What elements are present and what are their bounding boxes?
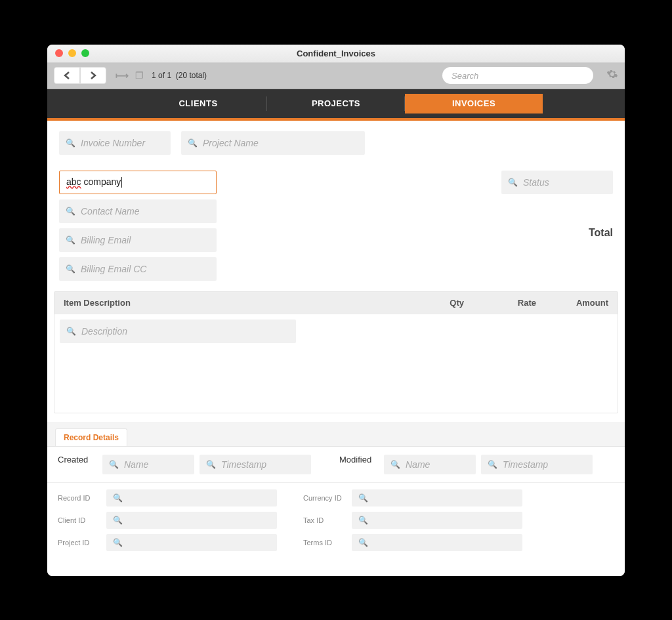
tax-id-label: Tax ID bbox=[303, 516, 345, 524]
minimize-icon[interactable] bbox=[68, 49, 76, 57]
tab-clients[interactable]: CLIENTS bbox=[129, 94, 267, 114]
modified-timestamp-input[interactable] bbox=[503, 459, 586, 470]
project-name-input[interactable] bbox=[203, 138, 358, 148]
record-nav-group bbox=[54, 67, 106, 84]
currency-id-row: Currency ID 🔍 bbox=[303, 489, 522, 506]
invoice-number-input[interactable] bbox=[81, 138, 164, 148]
billing-email-field[interactable]: 🔍 bbox=[59, 228, 217, 252]
window-title: Confident_Invoices bbox=[47, 49, 625, 58]
status-field[interactable]: 🔍 bbox=[501, 171, 613, 194]
record-details-body: Created 🔍 🔍 Modified 🔍 bbox=[47, 446, 625, 564]
right-column: 🔍 Total bbox=[501, 171, 613, 239]
client-id-row: Client ID 🔍 bbox=[58, 512, 277, 529]
id-col-right: Currency ID 🔍 Tax ID 🔍 Terms ID 🔍 bbox=[303, 489, 522, 551]
col-amount: Amount bbox=[536, 298, 608, 308]
titlebar: Confident_Invoices bbox=[47, 45, 625, 63]
search-icon: 🔍 bbox=[390, 460, 400, 469]
traffic-lights bbox=[55, 49, 89, 57]
company-field[interactable]: abc company bbox=[59, 171, 217, 194]
created-name-field[interactable]: 🔍 bbox=[102, 455, 194, 474]
search-icon: 🔍 bbox=[109, 460, 119, 469]
project-name-field[interactable]: 🔍 bbox=[181, 131, 365, 155]
status-input[interactable] bbox=[523, 177, 606, 188]
layers-icon[interactable]: ❐ bbox=[135, 70, 144, 81]
modified-name-field[interactable]: 🔍 bbox=[384, 455, 476, 474]
record-details-tabbar: Record Details bbox=[47, 423, 625, 446]
col-qty: Qty bbox=[392, 298, 464, 308]
client-id-label: Client ID bbox=[58, 516, 100, 524]
contact-name-input[interactable] bbox=[81, 206, 210, 217]
terms-id-label: Terms ID bbox=[303, 539, 345, 547]
search-icon: 🔍 bbox=[66, 207, 75, 216]
tab-record-details[interactable]: Record Details bbox=[55, 428, 127, 446]
terms-id-row: Terms ID 🔍 bbox=[303, 534, 522, 551]
line-description-field[interactable]: 🔍 bbox=[60, 320, 296, 343]
project-id-field[interactable]: 🔍 bbox=[106, 534, 277, 551]
created-timestamp-field[interactable]: 🔍 bbox=[200, 455, 311, 474]
id-col-left: Record ID 🔍 Client ID 🔍 Project ID 🔍 bbox=[58, 489, 277, 551]
currency-id-label: Currency ID bbox=[303, 494, 345, 502]
contact-name-field[interactable]: 🔍 bbox=[59, 199, 217, 223]
search-icon: 🔍 bbox=[66, 264, 75, 274]
client-fields-column: abc company 🔍 🔍 🔍 bbox=[59, 171, 217, 281]
record-id-label: Record ID bbox=[58, 494, 100, 502]
tab-invoices[interactable]: INVOICES bbox=[405, 94, 543, 114]
record-of-label: of bbox=[158, 71, 165, 80]
billing-email-cc-input[interactable] bbox=[81, 264, 210, 274]
record-counter: 1 of 1 (20 total) bbox=[152, 71, 207, 80]
app-window: Confident_Invoices ⟼ ❐ 1 of 1 (20 total) bbox=[47, 45, 625, 576]
search-icon: 🔍 bbox=[66, 236, 75, 245]
search-icon: 🔍 bbox=[113, 493, 123, 503]
search-icon: 🔍 bbox=[188, 138, 198, 148]
chevron-left-icon bbox=[64, 72, 70, 79]
created-name-input[interactable] bbox=[124, 459, 188, 470]
total-label: Total bbox=[501, 227, 613, 239]
search-icon: 🔍 bbox=[358, 493, 368, 503]
search-icon: 🔍 bbox=[488, 460, 497, 469]
company-value-spellcheck: abc bbox=[66, 176, 81, 187]
record-id-field[interactable]: 🔍 bbox=[106, 489, 277, 506]
created-label: Created bbox=[58, 455, 97, 474]
modified-label: Modified bbox=[339, 455, 379, 474]
billing-email-input[interactable] bbox=[81, 235, 210, 245]
created-timestamp-input[interactable] bbox=[221, 459, 304, 470]
audit-row: Created 🔍 🔍 Modified 🔍 bbox=[47, 447, 625, 483]
search-input[interactable] bbox=[452, 71, 584, 81]
record-position: 1 bbox=[152, 71, 156, 80]
search-icon: 🔍 bbox=[508, 178, 518, 187]
search-icon: 🔍 bbox=[113, 538, 123, 547]
content-area: 🔍 🔍 abc company 🔍 bbox=[47, 121, 625, 576]
record-id-row: Record ID 🔍 bbox=[58, 489, 277, 506]
search-icon: 🔍 bbox=[206, 460, 216, 469]
tax-id-field[interactable]: 🔍 bbox=[352, 512, 522, 529]
modified-name-input[interactable] bbox=[406, 459, 469, 470]
record-total-label: (20 total) bbox=[176, 71, 207, 80]
project-id-label: Project ID bbox=[58, 539, 100, 547]
terms-id-field[interactable]: 🔍 bbox=[352, 534, 522, 551]
toolbar: ⟼ ❐ 1 of 1 (20 total) bbox=[47, 63, 625, 89]
gear-icon[interactable] bbox=[606, 68, 618, 83]
col-item-description: Item Description bbox=[64, 298, 392, 308]
modified-timestamp-field[interactable]: 🔍 bbox=[481, 455, 593, 474]
next-record-button[interactable] bbox=[80, 67, 106, 84]
currency-id-field[interactable]: 🔍 bbox=[352, 489, 522, 506]
search-icon: 🔍 bbox=[358, 538, 368, 547]
chevron-right-icon bbox=[90, 72, 96, 79]
billing-email-cc-field[interactable]: 🔍 bbox=[59, 257, 217, 281]
tax-id-row: Tax ID 🔍 bbox=[303, 512, 522, 529]
close-icon[interactable] bbox=[55, 49, 63, 57]
zoom-icon[interactable] bbox=[81, 49, 89, 57]
pin-icon[interactable]: ⟼ bbox=[116, 70, 129, 81]
toolbar-icons: ⟼ ❐ bbox=[116, 70, 144, 81]
client-id-field[interactable]: 🔍 bbox=[106, 512, 277, 529]
invoice-number-field[interactable]: 🔍 bbox=[59, 131, 171, 155]
prev-record-button[interactable] bbox=[54, 67, 80, 84]
record-count: 1 bbox=[167, 71, 171, 80]
line-description-input[interactable] bbox=[81, 326, 289, 337]
global-search[interactable] bbox=[442, 67, 593, 84]
line-items-table: Item Description Qty Rate Amount 🔍 bbox=[54, 291, 618, 413]
gear-svg-icon bbox=[606, 68, 618, 80]
header-fields: 🔍 🔍 bbox=[59, 131, 613, 155]
tab-projects[interactable]: PROJECTS bbox=[267, 94, 405, 114]
main-nav: CLIENTS PROJECTS INVOICES bbox=[47, 89, 625, 121]
